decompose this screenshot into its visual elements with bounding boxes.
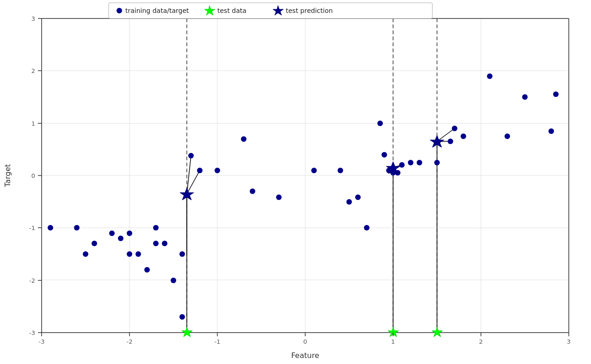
- svg-point-31: [83, 251, 88, 257]
- svg-point-60: [399, 162, 405, 168]
- svg-point-65: [452, 126, 457, 131]
- svg-point-44: [179, 251, 185, 257]
- x-tick-label: -2: [127, 338, 133, 345]
- x-tick-label: 3: [567, 338, 571, 345]
- legend-test-data-label: test data: [217, 7, 246, 14]
- svg-point-67: [487, 73, 492, 79]
- svg-point-29: [48, 225, 53, 231]
- y-tick-label: -1: [29, 224, 35, 231]
- svg-point-71: [553, 91, 559, 97]
- svg-point-33: [109, 231, 115, 236]
- x-axis-ticks: -3 -2 -1 0 1 2 3: [39, 333, 571, 345]
- svg-point-36: [127, 251, 132, 257]
- svg-point-43: [179, 314, 185, 320]
- svg-point-35: [127, 231, 132, 236]
- svg-point-52: [338, 168, 343, 173]
- svg-point-63: [434, 160, 440, 165]
- legend-training-icon: [117, 8, 122, 13]
- svg-point-66: [461, 133, 466, 139]
- svg-point-72: [355, 194, 361, 200]
- y-axis-label: Target: [3, 164, 12, 188]
- svg-point-68: [505, 133, 510, 139]
- svg-point-50: [276, 194, 282, 200]
- svg-point-69: [522, 94, 528, 100]
- svg-point-30: [74, 225, 80, 231]
- svg-point-45: [188, 153, 194, 158]
- svg-point-62: [417, 160, 422, 165]
- svg-point-55: [377, 121, 383, 126]
- svg-point-40: [153, 241, 159, 246]
- x-axis-label: Feature: [291, 351, 319, 360]
- svg-point-53: [346, 199, 352, 205]
- legend-training-label: training data/target: [125, 7, 189, 14]
- svg-point-47: [215, 168, 220, 173]
- x-tick-label: -3: [39, 338, 45, 345]
- y-tick-label: 3: [31, 15, 35, 22]
- x-tick-label: 2: [479, 338, 483, 345]
- svg-point-46: [197, 168, 203, 173]
- svg-point-42: [171, 278, 176, 283]
- x-tick-label: -1: [215, 338, 221, 345]
- svg-point-38: [144, 267, 150, 273]
- x-tick-label: 0: [303, 338, 307, 345]
- svg-point-56: [382, 152, 387, 158]
- svg-point-49: [250, 188, 255, 194]
- svg-point-39: [153, 225, 159, 231]
- y-tick-label: -2: [29, 277, 35, 284]
- svg-point-32: [92, 241, 97, 246]
- y-tick-label: 1: [31, 120, 35, 127]
- scatter-plot: -3 -2 -1 0 1 2 3 -3 -2: [0, 0, 591, 364]
- svg-point-61: [408, 160, 413, 165]
- svg-point-51: [311, 168, 317, 173]
- svg-point-48: [241, 136, 246, 142]
- svg-point-41: [162, 241, 167, 246]
- x-tick-label: 1: [391, 338, 395, 345]
- chart-container: -3 -2 -1 0 1 2 3 -3 -2: [0, 0, 591, 364]
- svg-point-70: [548, 128, 554, 134]
- svg-point-37: [135, 251, 141, 257]
- svg-point-54: [364, 225, 369, 231]
- y-tick-label: -3: [29, 329, 35, 336]
- svg-point-34: [118, 236, 123, 241]
- y-tick-label: 0: [31, 172, 35, 179]
- y-tick-label: 2: [31, 67, 35, 74]
- svg-point-64: [448, 139, 453, 144]
- legend-test-pred-label: test prediction: [286, 7, 333, 14]
- y-axis-ticks: -3 -2 -1 0 1 2 3: [29, 15, 42, 336]
